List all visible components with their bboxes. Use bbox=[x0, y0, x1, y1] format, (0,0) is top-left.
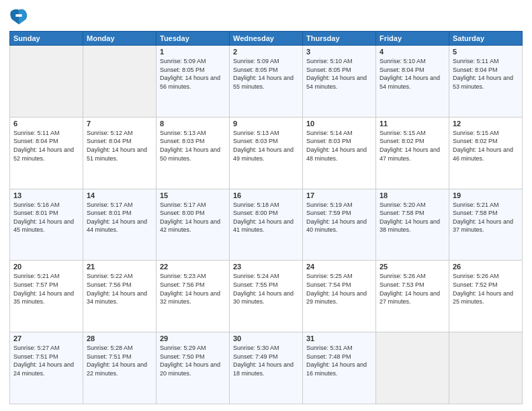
day-number: 29 bbox=[160, 334, 226, 342]
header-cell-friday: Friday bbox=[376, 32, 449, 46]
day-number: 30 bbox=[233, 334, 299, 342]
header bbox=[9, 7, 523, 26]
day-number: 4 bbox=[380, 48, 445, 56]
page: SundayMondayTuesdayWednesdayThursdayFrid… bbox=[0, 0, 532, 411]
day-cell: 1 Sunrise: 5:09 AMSunset: 8:05 PMDayligh… bbox=[157, 46, 230, 118]
day-cell: 23 Sunrise: 5:24 AMSunset: 7:55 PMDaylig… bbox=[230, 261, 303, 332]
day-number: 1 bbox=[160, 48, 226, 56]
day-info: Sunrise: 5:13 AMSunset: 8:03 PMDaylight:… bbox=[233, 129, 299, 163]
day-info: Sunrise: 5:28 AMSunset: 7:51 PMDaylight:… bbox=[87, 344, 152, 377]
day-cell: 24 Sunrise: 5:25 AMSunset: 7:54 PMDaylig… bbox=[303, 261, 376, 332]
day-info: Sunrise: 5:30 AMSunset: 7:49 PMDaylight:… bbox=[233, 344, 299, 377]
day-cell: 26 Sunrise: 5:26 AMSunset: 7:52 PMDaylig… bbox=[449, 261, 523, 332]
day-cell: 2 Sunrise: 5:09 AMSunset: 8:05 PMDayligh… bbox=[230, 46, 303, 118]
day-info: Sunrise: 5:25 AMSunset: 7:54 PMDaylight:… bbox=[306, 272, 372, 306]
day-number: 25 bbox=[380, 263, 445, 271]
day-number: 31 bbox=[306, 334, 372, 342]
day-info: Sunrise: 5:13 AMSunset: 8:03 PMDaylight:… bbox=[160, 129, 226, 163]
week-row-5: 27 Sunrise: 5:27 AMSunset: 7:51 PMDaylig… bbox=[10, 332, 523, 404]
day-info: Sunrise: 5:17 AMSunset: 8:01 PMDaylight:… bbox=[87, 201, 152, 234]
day-number: 28 bbox=[87, 334, 152, 342]
day-number: 12 bbox=[453, 120, 519, 128]
day-number: 3 bbox=[306, 48, 372, 56]
day-number: 19 bbox=[453, 191, 519, 199]
day-number: 24 bbox=[306, 263, 372, 271]
day-number: 6 bbox=[13, 120, 79, 128]
day-cell: 15 Sunrise: 5:17 AMSunset: 8:00 PMDaylig… bbox=[157, 189, 230, 261]
day-info: Sunrise: 5:09 AMSunset: 8:05 PMDaylight:… bbox=[160, 57, 226, 91]
day-number: 15 bbox=[160, 191, 226, 199]
logo-icon bbox=[9, 7, 28, 26]
day-cell: 21 Sunrise: 5:22 AMSunset: 7:56 PMDaylig… bbox=[83, 261, 157, 332]
week-row-2: 6 Sunrise: 5:11 AMSunset: 8:04 PMDayligh… bbox=[10, 117, 523, 189]
day-number: 17 bbox=[306, 191, 372, 199]
day-cell: 4 Sunrise: 5:10 AMSunset: 8:04 PMDayligh… bbox=[376, 46, 449, 118]
day-info: Sunrise: 5:14 AMSunset: 8:03 PMDaylight:… bbox=[306, 129, 372, 163]
day-cell: 16 Sunrise: 5:18 AMSunset: 8:00 PMDaylig… bbox=[230, 189, 303, 261]
day-info: Sunrise: 5:16 AMSunset: 8:01 PMDaylight:… bbox=[13, 201, 79, 234]
day-cell: 5 Sunrise: 5:11 AMSunset: 8:04 PMDayligh… bbox=[449, 46, 523, 118]
day-info: Sunrise: 5:15 AMSunset: 8:02 PMDaylight:… bbox=[380, 129, 445, 163]
day-cell: 3 Sunrise: 5:10 AMSunset: 8:05 PMDayligh… bbox=[303, 46, 376, 118]
header-cell-wednesday: Wednesday bbox=[230, 32, 303, 46]
day-cell bbox=[83, 46, 157, 118]
day-cell: 6 Sunrise: 5:11 AMSunset: 8:04 PMDayligh… bbox=[10, 117, 83, 189]
day-info: Sunrise: 5:20 AMSunset: 7:58 PMDaylight:… bbox=[380, 201, 445, 234]
header-cell-monday: Monday bbox=[83, 32, 157, 46]
day-info: Sunrise: 5:18 AMSunset: 8:00 PMDaylight:… bbox=[233, 201, 299, 234]
day-info: Sunrise: 5:19 AMSunset: 7:59 PMDaylight:… bbox=[306, 201, 372, 234]
day-number: 14 bbox=[87, 191, 152, 199]
day-number: 22 bbox=[160, 263, 226, 271]
day-info: Sunrise: 5:11 AMSunset: 8:04 PMDaylight:… bbox=[13, 129, 79, 163]
day-info: Sunrise: 5:29 AMSunset: 7:50 PMDaylight:… bbox=[160, 344, 226, 377]
day-cell: 31 Sunrise: 5:31 AMSunset: 7:48 PMDaylig… bbox=[303, 332, 376, 404]
header-row: SundayMondayTuesdayWednesdayThursdayFrid… bbox=[10, 32, 523, 46]
day-number: 7 bbox=[87, 120, 152, 128]
day-number: 16 bbox=[233, 191, 299, 199]
day-cell: 14 Sunrise: 5:17 AMSunset: 8:01 PMDaylig… bbox=[83, 189, 157, 261]
day-cell: 9 Sunrise: 5:13 AMSunset: 8:03 PMDayligh… bbox=[230, 117, 303, 189]
day-cell bbox=[449, 332, 523, 404]
day-number: 20 bbox=[13, 263, 79, 271]
day-number: 21 bbox=[87, 263, 152, 271]
day-info: Sunrise: 5:24 AMSunset: 7:55 PMDaylight:… bbox=[233, 272, 299, 306]
day-number: 5 bbox=[453, 48, 519, 56]
day-number: 13 bbox=[13, 191, 79, 199]
week-row-1: 1 Sunrise: 5:09 AMSunset: 8:05 PMDayligh… bbox=[10, 46, 523, 118]
week-row-4: 20 Sunrise: 5:21 AMSunset: 7:57 PMDaylig… bbox=[10, 261, 523, 332]
day-cell: 22 Sunrise: 5:23 AMSunset: 7:56 PMDaylig… bbox=[157, 261, 230, 332]
day-cell: 11 Sunrise: 5:15 AMSunset: 8:02 PMDaylig… bbox=[376, 117, 449, 189]
day-cell: 12 Sunrise: 5:15 AMSunset: 8:02 PMDaylig… bbox=[449, 117, 523, 189]
calendar-table: SundayMondayTuesdayWednesdayThursdayFrid… bbox=[9, 31, 523, 404]
day-cell: 13 Sunrise: 5:16 AMSunset: 8:01 PMDaylig… bbox=[10, 189, 83, 261]
day-info: Sunrise: 5:26 AMSunset: 7:52 PMDaylight:… bbox=[453, 272, 519, 306]
day-number: 27 bbox=[13, 334, 79, 342]
day-cell: 25 Sunrise: 5:26 AMSunset: 7:53 PMDaylig… bbox=[376, 261, 449, 332]
day-info: Sunrise: 5:10 AMSunset: 8:04 PMDaylight:… bbox=[380, 57, 445, 91]
day-number: 23 bbox=[233, 263, 299, 271]
day-info: Sunrise: 5:23 AMSunset: 7:56 PMDaylight:… bbox=[160, 272, 226, 306]
header-cell-sunday: Sunday bbox=[10, 32, 83, 46]
day-number: 18 bbox=[380, 191, 445, 199]
day-cell: 29 Sunrise: 5:29 AMSunset: 7:50 PMDaylig… bbox=[157, 332, 230, 404]
day-cell: 20 Sunrise: 5:21 AMSunset: 7:57 PMDaylig… bbox=[10, 261, 83, 332]
header-cell-saturday: Saturday bbox=[449, 32, 523, 46]
day-info: Sunrise: 5:21 AMSunset: 7:58 PMDaylight:… bbox=[453, 201, 519, 234]
logo bbox=[9, 7, 31, 26]
header-cell-thursday: Thursday bbox=[303, 32, 376, 46]
day-info: Sunrise: 5:15 AMSunset: 8:02 PMDaylight:… bbox=[453, 129, 519, 163]
day-info: Sunrise: 5:31 AMSunset: 7:48 PMDaylight:… bbox=[306, 344, 372, 377]
day-number: 11 bbox=[380, 120, 445, 128]
day-number: 9 bbox=[233, 120, 299, 128]
day-info: Sunrise: 5:27 AMSunset: 7:51 PMDaylight:… bbox=[13, 344, 79, 377]
day-cell bbox=[10, 46, 83, 118]
day-number: 26 bbox=[453, 263, 519, 271]
day-info: Sunrise: 5:17 AMSunset: 8:00 PMDaylight:… bbox=[160, 201, 226, 234]
day-cell: 19 Sunrise: 5:21 AMSunset: 7:58 PMDaylig… bbox=[449, 189, 523, 261]
day-info: Sunrise: 5:22 AMSunset: 7:56 PMDaylight:… bbox=[87, 272, 152, 306]
day-cell: 8 Sunrise: 5:13 AMSunset: 8:03 PMDayligh… bbox=[157, 117, 230, 189]
day-cell: 7 Sunrise: 5:12 AMSunset: 8:04 PMDayligh… bbox=[83, 117, 157, 189]
day-cell: 10 Sunrise: 5:14 AMSunset: 8:03 PMDaylig… bbox=[303, 117, 376, 189]
day-cell: 30 Sunrise: 5:30 AMSunset: 7:49 PMDaylig… bbox=[230, 332, 303, 404]
day-info: Sunrise: 5:26 AMSunset: 7:53 PMDaylight:… bbox=[380, 272, 445, 306]
